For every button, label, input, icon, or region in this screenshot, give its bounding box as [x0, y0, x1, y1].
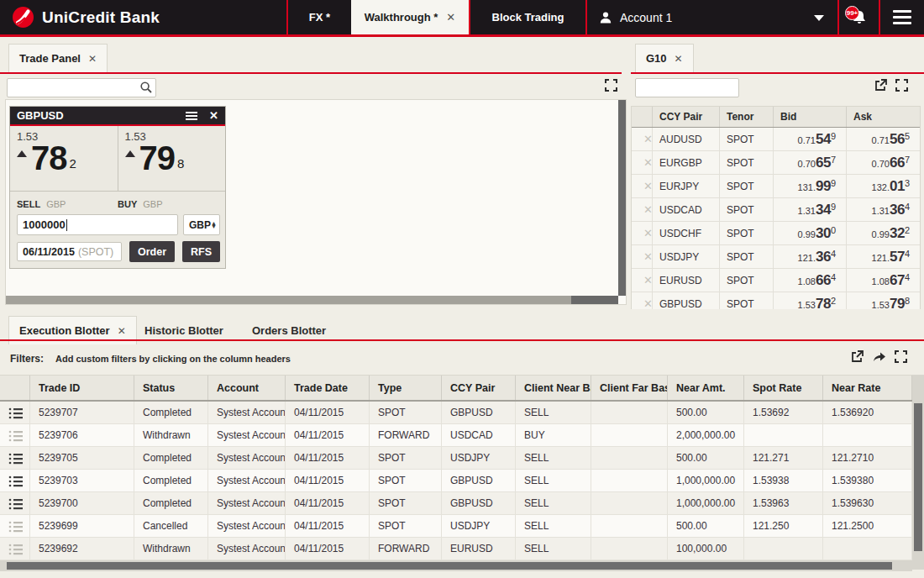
- ask-price-cell[interactable]: 1.08674: [847, 269, 920, 292]
- expand-icon[interactable]: [895, 78, 910, 93]
- row-actions-button[interactable]: [0, 424, 30, 446]
- row-actions-button[interactable]: [0, 447, 30, 469]
- row-actions-button[interactable]: [0, 470, 30, 491]
- widget-menu-icon[interactable]: [186, 112, 197, 120]
- ask-price-cell[interactable]: 132.013: [847, 175, 920, 197]
- tab-trade-panel[interactable]: Trade Panel ✕: [8, 44, 108, 72]
- bid-price-cell[interactable]: 0.99300: [774, 222, 847, 244]
- currency-select[interactable]: GBP ▲▼: [183, 214, 220, 235]
- blotter-column-header[interactable]: [0, 376, 30, 400]
- close-icon[interactable]: ✕: [675, 53, 683, 65]
- share-icon[interactable]: [872, 349, 887, 365]
- blotter-horizontal-scrollbar[interactable]: [0, 560, 912, 571]
- bid-price-cell[interactable]: 0.70657: [774, 151, 847, 174]
- order-button[interactable]: Order: [129, 241, 175, 262]
- tab-historic-blotter[interactable]: Historic Blotter: [144, 324, 223, 337]
- blotter-column-header[interactable]: Near Amt.: [668, 376, 744, 400]
- remove-row-icon[interactable]: ✕: [638, 133, 653, 145]
- scrollbar-thumb[interactable]: [571, 296, 618, 304]
- expand-icon[interactable]: [604, 78, 619, 93]
- g10-column-header[interactable]: Ask: [847, 107, 920, 127]
- bid-price-cell[interactable]: 131.999: [774, 175, 847, 197]
- row-actions-button[interactable]: [0, 515, 30, 537]
- blotter-vertical-scrollbar[interactable]: [912, 375, 924, 570]
- bid-price-cell[interactable]: 121.364: [774, 245, 847, 268]
- rfs-button[interactable]: RFS: [182, 241, 220, 262]
- g10-column-header[interactable]: Bid: [774, 107, 847, 127]
- blotter-column-header[interactable]: Spot Rate: [744, 376, 823, 400]
- ask-price-cell[interactable]: 0.70667: [847, 151, 920, 174]
- g10-row-usdjpy: ✕USDJPYSPOT121.364121.574: [632, 245, 920, 269]
- ask-price-cell[interactable]: 1.53798: [847, 292, 920, 309]
- blotter-column-header[interactable]: Trade Date: [286, 376, 370, 400]
- tab-orders-blotter[interactable]: Orders Blotter: [252, 324, 326, 337]
- ask-price-cell[interactable]: 1.31364: [847, 198, 920, 221]
- row-actions-button[interactable]: [0, 492, 30, 514]
- remove-row-icon[interactable]: ✕: [638, 180, 653, 192]
- table-row-5239692[interactable]: 5239692WithdrawnSystest Account04/11/201…: [0, 538, 912, 560]
- blotter-column-header[interactable]: Client Far Base: [591, 376, 668, 400]
- vertical-scrollbar[interactable]: [618, 100, 626, 296]
- client-near-base-cell: SELL: [516, 447, 591, 469]
- row-actions-button[interactable]: [0, 538, 30, 560]
- blotter-column-header[interactable]: Client Near Bas: [516, 376, 591, 400]
- blotter-column-header[interactable]: Near Rate: [823, 376, 912, 400]
- g10-column-header[interactable]: Tenor: [720, 107, 774, 127]
- expand-icon[interactable]: [894, 349, 909, 365]
- trade-date-cell: 04/11/2015: [286, 538, 370, 560]
- account-cell: Systest Account: [208, 447, 286, 469]
- blotter-column-header[interactable]: Trade ID: [30, 376, 134, 400]
- blotter-column-header[interactable]: Type: [370, 376, 442, 400]
- buy-price-tile[interactable]: 1.53 79 8: [118, 126, 226, 191]
- remove-row-icon[interactable]: ✕: [638, 156, 653, 169]
- scrollbar-thumb[interactable]: [7, 562, 892, 570]
- bid-price-cell[interactable]: 1.53782: [774, 292, 847, 309]
- blotter-column-header[interactable]: Status: [134, 376, 208, 400]
- scrollbar-thumb[interactable]: [914, 403, 922, 551]
- table-row-5239700[interactable]: 5239700CompletedSystest Account04/11/201…: [0, 492, 912, 515]
- tenor-cell: SPOT: [720, 269, 774, 292]
- popout-icon[interactable]: [850, 349, 865, 365]
- amount-input[interactable]: 1000000: [17, 214, 178, 235]
- g10-search-input[interactable]: [635, 78, 739, 97]
- close-icon[interactable]: ✕: [118, 325, 126, 337]
- blotter-column-header[interactable]: CCY Pair: [442, 376, 516, 400]
- trade-panel-search-input[interactable]: [7, 78, 156, 97]
- remove-row-icon[interactable]: ✕: [638, 274, 653, 286]
- row-actions-button[interactable]: [0, 402, 30, 423]
- remove-row-icon[interactable]: ✕: [638, 227, 653, 239]
- header-tab-block-trading[interactable]: Block Trading: [469, 0, 585, 34]
- popout-icon[interactable]: [874, 78, 889, 93]
- table-row-5239703[interactable]: 5239703CompletedSystest Account04/11/201…: [0, 470, 912, 492]
- remove-row-icon[interactable]: ✕: [638, 203, 653, 216]
- g10-column-header[interactable]: CCY Pair: [653, 107, 720, 127]
- menu-button[interactable]: [879, 0, 924, 34]
- horizontal-scrollbar[interactable]: [6, 296, 618, 304]
- bid-price-cell[interactable]: 1.08664: [774, 269, 847, 292]
- ask-price-cell[interactable]: 0.99322: [847, 222, 920, 244]
- remove-row-icon[interactable]: ✕: [638, 250, 653, 263]
- value-date-input[interactable]: 06/11/2015 (SPOT): [17, 242, 122, 261]
- header-tab-fx[interactable]: FX *: [286, 0, 351, 34]
- table-row-5239706[interactable]: 5239706WithdrawnSystest Account04/11/201…: [0, 424, 912, 447]
- header-tab-walkthrough[interactable]: Walkthrough * ✕: [351, 0, 469, 34]
- ask-price-cell[interactable]: 0.71565: [847, 128, 920, 150]
- ask-price-cell[interactable]: 121.574: [847, 245, 920, 268]
- bid-price-cell[interactable]: 0.71549: [774, 128, 847, 150]
- table-row-5239705[interactable]: 5239705CompletedSystest Account04/11/201…: [0, 447, 912, 470]
- table-row-5239699[interactable]: 5239699CancelledSystest Account04/11/201…: [0, 515, 912, 538]
- remove-row-icon[interactable]: ✕: [638, 297, 653, 309]
- notifications-button[interactable]: 99+: [837, 0, 879, 34]
- sell-price-tile[interactable]: 1.53 78 2: [10, 126, 118, 191]
- bid-price-cell[interactable]: 1.31349: [774, 198, 847, 221]
- g10-column-header[interactable]: [632, 107, 653, 127]
- near-rate-cell: 1.539380: [823, 470, 912, 491]
- close-icon[interactable]: ✕: [88, 53, 97, 65]
- account-selector[interactable]: Account 1: [585, 0, 837, 34]
- gbpusd-price-widget: GBPUSD ✕ 1.53 78 2 1.53: [9, 106, 226, 269]
- table-row-5239707[interactable]: 5239707CompletedSystest Account04/11/201…: [0, 402, 912, 424]
- widget-close-icon[interactable]: ✕: [209, 109, 218, 122]
- blotter-column-header[interactable]: Account: [208, 376, 286, 400]
- close-icon[interactable]: ✕: [446, 11, 455, 24]
- tab-g10[interactable]: G10 ✕: [635, 44, 694, 72]
